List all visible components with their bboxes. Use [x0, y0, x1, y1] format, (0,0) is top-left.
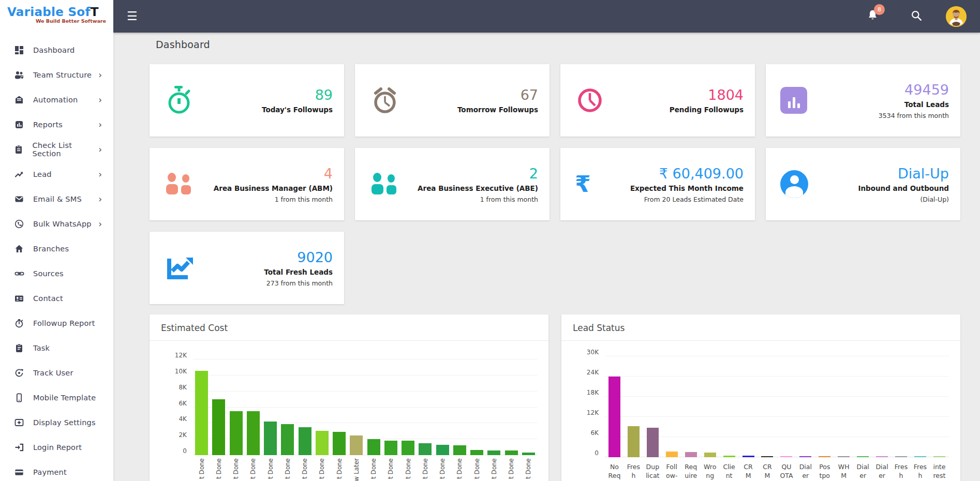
bar[interactable]	[402, 441, 414, 455]
stat-value: 9020	[200, 249, 333, 266]
stat-value: Dial-Up	[816, 166, 949, 182]
x-axis-label: t Done	[318, 458, 325, 479]
chevron-right-icon: ›	[98, 70, 102, 80]
stat-card-area-business-manager-abm[interactable]: 4 Area Business Manager (ABM) 1 from thi…	[150, 148, 344, 220]
sidebar-item-lead[interactable]: Lead ›	[0, 162, 113, 187]
bar[interactable]	[647, 428, 659, 457]
sidebar-item-team-structure[interactable]: Team Structure ›	[0, 63, 113, 87]
notifications-button[interactable]: 8	[867, 9, 879, 23]
sidebar-item-label: Display Settings	[33, 418, 96, 427]
stat-card-today-s-followups[interactable]: 89 Today's Followups	[150, 64, 344, 137]
sidebar-item-contact[interactable]: Contact	[0, 286, 113, 311]
bar[interactable]	[281, 424, 294, 455]
sidebar-item-reports[interactable]: Reports ›	[0, 112, 113, 137]
bar[interactable]	[876, 456, 888, 457]
stat-label: Today's Followups	[200, 106, 333, 114]
bar[interactable]	[195, 371, 208, 455]
stat-card-tomorrow-followups[interactable]: 67 Tomorrow Followups	[355, 64, 550, 137]
bar[interactable]	[505, 450, 518, 455]
sidebar-item-email-sms[interactable]: Email & SMS ›	[0, 187, 113, 212]
bar[interactable]	[230, 411, 243, 455]
sidebar-item-display-settings[interactable]: Display Settings	[0, 410, 113, 435]
bar[interactable]	[838, 456, 850, 457]
bar[interactable]	[264, 422, 277, 455]
sidebar-item-branches[interactable]: Branches	[0, 236, 113, 261]
x-axis-label: t Done	[215, 458, 222, 479]
stat-value: 89	[200, 87, 333, 103]
bar[interactable]	[723, 456, 735, 457]
x-axis-label: t Done	[387, 458, 394, 479]
stat-card-area-business-executive-abe[interactable]: 2 Area Business Executive (ABE) 1 from t…	[355, 148, 550, 220]
stat-card-pending-followups[interactable]: 1804 Pending Followups	[560, 64, 755, 137]
bar[interactable]	[628, 426, 640, 457]
sidebar-item-sources[interactable]: Sources	[0, 261, 113, 286]
bar[interactable]	[367, 439, 380, 455]
bar[interactable]	[933, 456, 945, 457]
bar[interactable]	[704, 453, 716, 457]
x-axis-label: NoReq	[608, 462, 621, 480]
bar[interactable]	[857, 456, 869, 457]
sidebar-item-payment[interactable]: Payment	[0, 460, 113, 481]
bar[interactable]	[333, 432, 346, 455]
bar[interactable]	[743, 456, 754, 457]
bar[interactable]	[608, 377, 620, 457]
sidebar-item-label: Branches	[33, 245, 69, 253]
stat-card-total-leads[interactable]: 49459 Total Leads 3534 from this month	[766, 64, 960, 137]
sidebar-item-login-report[interactable]: Login Report	[0, 435, 113, 460]
stat-card-total-fresh-leads[interactable]: 9020 Total Fresh Leads 273 from this mon…	[150, 232, 344, 304]
bar[interactable]	[299, 427, 311, 455]
bar[interactable]	[666, 452, 678, 457]
user-avatar[interactable]	[946, 6, 967, 27]
bar[interactable]	[453, 445, 466, 455]
bar[interactable]	[819, 456, 830, 457]
stat-card-inbound-and-outbound[interactable]: Dial-Up Inbound and Outbound (Dial-Up)	[766, 148, 960, 220]
bar[interactable]	[470, 450, 483, 455]
bar[interactable]	[212, 399, 225, 455]
sidebar-item-track-user[interactable]: Track User	[0, 360, 113, 385]
search-button[interactable]	[911, 10, 922, 23]
stat-sublabel: (Dial-Up)	[816, 196, 949, 203]
bar[interactable]	[914, 456, 926, 457]
email-sms-icon	[13, 194, 25, 204]
bar[interactable]	[419, 443, 432, 455]
bar[interactable]	[350, 435, 363, 455]
bar[interactable]	[799, 456, 811, 457]
sidebar-item-automation[interactable]: Automation ›	[0, 87, 113, 112]
estimated-cost-panel: Estimated Cost 02K4K6K8K10K12Kt Donet Do…	[150, 314, 548, 481]
bar[interactable]	[436, 445, 449, 455]
x-axis-label: Fresh	[895, 462, 908, 480]
sidebar-item-task[interactable]: Task	[0, 336, 113, 360]
app-logo[interactable]: Variable SofT We Build Better Software	[0, 0, 113, 33]
dashboard-icon	[13, 46, 25, 55]
x-axis-label: t Done	[198, 458, 205, 479]
sidebar-item-dashboard[interactable]: Dashboard	[0, 38, 113, 63]
stat-card-expected-this-month-income[interactable]: ₹ ₹ 60,409.00 Expected This Month Income…	[560, 148, 755, 220]
x-axis-label: t Done	[508, 458, 515, 479]
chevron-right-icon: ›	[98, 194, 102, 204]
bar[interactable]	[247, 411, 260, 455]
bar[interactable]	[780, 456, 792, 457]
estimated-cost-chart: 02K4K6K8K10K12Kt Donet Donet Donet Donet…	[150, 359, 548, 481]
clock-icon	[575, 84, 611, 116]
y-axis-tick-label: 24K	[587, 369, 599, 376]
bar[interactable]	[316, 431, 329, 455]
bar[interactable]	[384, 441, 397, 455]
bar[interactable]	[761, 456, 773, 457]
bar[interactable]	[487, 450, 500, 455]
bar[interactable]	[522, 453, 535, 455]
bar[interactable]	[895, 456, 907, 457]
x-axis-label: t Done	[301, 458, 308, 479]
sidebar-item-label: Followup Report	[33, 319, 95, 327]
sidebar-item-mobile-template[interactable]: Mobile Template	[0, 385, 113, 410]
bar[interactable]	[685, 452, 697, 457]
sidebar-item-bulk-whatsapp[interactable]: Bulk WhatsApp ›	[0, 212, 113, 236]
stat-label: Expected This Month Income	[611, 184, 744, 192]
lead-status-title: Lead Status	[561, 314, 960, 341]
x-axis-label: t Done	[249, 458, 257, 479]
sidebar-item-check-list-section[interactable]: Check List Section ›	[0, 137, 113, 162]
y-axis-tick-label: 8K	[179, 384, 187, 391]
sidebar-item-followup-report[interactable]: Followup Report	[0, 311, 113, 336]
hamburger-menu-icon[interactable]: ☰	[127, 10, 138, 22]
x-axis-label: CRM	[763, 462, 771, 480]
y-axis-tick-label: 12K	[175, 352, 187, 359]
